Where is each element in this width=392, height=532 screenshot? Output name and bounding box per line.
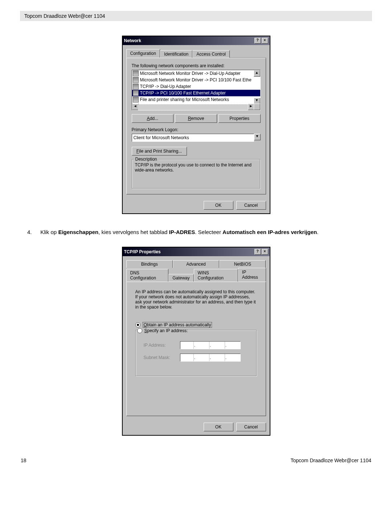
tab-dns[interactable]: DNS Configuration xyxy=(126,269,169,282)
service-icon xyxy=(133,97,139,102)
scroll-up-icon[interactable]: ▲ xyxy=(254,70,260,77)
tabstrip: Configuration Identification Access Cont… xyxy=(126,49,266,58)
protocol-icon xyxy=(133,77,139,83)
footer-product: Topcom Draadloze Webr@cer 1104 xyxy=(290,458,371,463)
radio-specify[interactable]: Specify an IP address: xyxy=(137,328,188,333)
components-label: The following network components are ins… xyxy=(132,63,261,68)
page-header: Topcom Draadloze Webr@cer 1104 xyxy=(20,11,372,21)
tab-configuration[interactable]: Configuration xyxy=(126,49,160,58)
instruction-step-4: 4. Klik op Eigenschappen, kies vervolgen… xyxy=(27,229,372,236)
ip-address-field: ... xyxy=(180,341,241,349)
tab-wins[interactable]: WINS Configuration xyxy=(194,269,238,282)
protocol-icon xyxy=(133,70,139,76)
page-footer: 18 Topcom Draadloze Webr@cer 1104 xyxy=(20,458,372,463)
scroll-corner xyxy=(254,104,260,110)
ok-button[interactable]: OK xyxy=(204,423,233,431)
tabstrip-row2: DNS Configuration Gateway WINS Configura… xyxy=(126,267,266,282)
radio-icon xyxy=(135,322,140,327)
tab-gateway[interactable]: Gateway xyxy=(168,274,193,282)
cancel-button[interactable]: Cancel xyxy=(236,423,266,431)
primary-logon-select[interactable]: Client for Microsoft Networks ▼ xyxy=(132,134,261,142)
primary-logon-value: Client for Microsoft Networks xyxy=(132,134,254,142)
list-item-selected[interactable]: TCP/IP -> PCI 10/100 Fast Ethernet Adapt… xyxy=(132,90,260,96)
add-button[interactable]: Add... xyxy=(132,114,174,123)
tcpip-dialog: TCP/IP Properties ? × Bindings Advanced … xyxy=(122,247,270,436)
subnet-mask-label: Subnet Mask: xyxy=(144,355,176,360)
ip-address-label: IP Address: xyxy=(144,343,176,348)
tabstrip-row1: Bindings Advanced NetBIOS xyxy=(126,260,266,267)
ok-button[interactable]: OK xyxy=(204,201,233,210)
page-number: 18 xyxy=(21,458,26,463)
primary-logon-label: Primary Network Logon: xyxy=(132,127,261,132)
subnet-mask-field: ... xyxy=(180,354,241,362)
description-legend: Description xyxy=(134,157,158,162)
close-icon[interactable]: × xyxy=(262,38,268,44)
network-dialog: Network ? × Configuration Identification… xyxy=(122,36,270,214)
list-item[interactable]: File and printer sharing for Microsoft N… xyxy=(132,96,260,103)
list-item[interactable]: Microsoft Network Monitor Driver -> PCI … xyxy=(132,77,260,83)
dialog-title: Network xyxy=(124,38,141,43)
info-text: An IP address can be automatically assig… xyxy=(132,287,261,313)
protocol-icon xyxy=(133,84,139,89)
remove-button[interactable]: Remove xyxy=(175,114,217,123)
cancel-button[interactable]: Cancel xyxy=(236,201,266,210)
file-print-sharing-button[interactable]: File and Print Sharing... xyxy=(132,147,187,156)
header-title: Topcom Draadloze Webr@cer 1104 xyxy=(24,13,105,19)
step-number: 4. xyxy=(27,229,39,236)
tab-ip-address[interactable]: IP Address xyxy=(238,268,266,282)
dropdown-icon[interactable]: ▼ xyxy=(254,134,261,140)
tab-advanced[interactable]: Advanced xyxy=(173,260,219,268)
tab-identification[interactable]: Identification xyxy=(160,50,192,58)
description-text: TCP/IP is the protocol you use to connec… xyxy=(135,162,257,173)
protocol-icon xyxy=(133,90,139,96)
tab-bindings[interactable]: Bindings xyxy=(126,260,173,268)
tab-netbios[interactable]: NetBIOS xyxy=(219,260,266,268)
properties-button[interactable]: Properties xyxy=(219,114,261,123)
titlebar: Network ? × xyxy=(123,36,270,45)
close-icon[interactable]: × xyxy=(262,249,268,255)
titlebar: TCP/IP Properties ? × xyxy=(123,247,270,256)
radio-obtain-auto[interactable]: Obtain an IP address automatically xyxy=(135,322,257,328)
radio-specify-label: Specify an IP address: xyxy=(144,328,188,333)
dialog-title: TCP/IP Properties xyxy=(124,249,161,254)
radio-icon xyxy=(137,328,142,333)
list-item[interactable]: TCP/IP -> Dial-Up Adapter xyxy=(132,83,260,90)
list-item[interactable]: Microsoft Network Monitor Driver -> Dial… xyxy=(132,70,260,77)
help-icon[interactable]: ? xyxy=(254,38,261,44)
scroll-track[interactable] xyxy=(138,104,249,110)
tab-access-control[interactable]: Access Control xyxy=(192,50,230,58)
help-icon[interactable]: ? xyxy=(254,249,261,255)
components-listbox[interactable]: Microsoft Network Monitor Driver -> Dial… xyxy=(132,70,261,110)
radio-auto-label: Obtain an IP address automatically xyxy=(143,322,212,328)
